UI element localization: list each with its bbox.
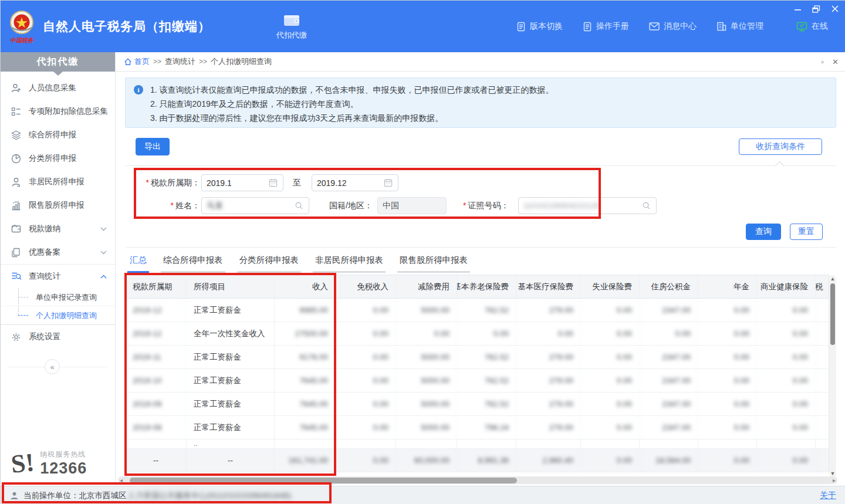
scroll-right-icon[interactable]: ▸ — [833, 476, 836, 484]
tab-1[interactable]: 汇总 — [127, 255, 149, 273]
table-row[interactable]: 2019-11正常工资薪金9178.000.005000.00762.52279… — [126, 346, 829, 369]
nationality-value: 中国 — [383, 201, 441, 211]
panel-maximize-icon[interactable]: ▫ — [821, 58, 824, 66]
sidebar-item-7[interactable]: 税款缴纳 — [1, 217, 115, 241]
query-button[interactable]: 查询 — [746, 224, 781, 240]
table-cell: 279.00 — [516, 299, 581, 322]
sidebar-item-3[interactable]: 综合所得申报 — [1, 123, 115, 147]
table-row[interactable]: 2019-12正常工资薪金9985.000.005000.00762.52279… — [126, 299, 829, 322]
vertical-scrollbar[interactable]: ▲ ▼ — [829, 275, 836, 477]
calendar-icon[interactable] — [384, 178, 393, 187]
header-menu-item[interactable]: 操作手册 — [583, 21, 629, 32]
tab-5[interactable]: 限售股所得申报表 — [397, 255, 470, 273]
id-number-input[interactable]: 110102199304222129 — [518, 197, 657, 214]
table-cell: 0.00 — [581, 346, 640, 368]
header-menu-item[interactable]: 消息中心 — [649, 21, 697, 32]
close-button[interactable] — [830, 4, 840, 13]
table-row[interactable]: 2019-08正常工资薪金7645.000.005000.00798.24279… — [126, 416, 829, 439]
header-tab-daikou-daijiao[interactable]: 代扣代缴 — [263, 1, 320, 52]
restore-button[interactable] — [812, 4, 821, 13]
table-cell: 762.52 — [457, 299, 516, 322]
id-number-redacted: 110102199304222129 — [523, 201, 642, 210]
scroll-up-icon[interactable]: ▲ — [829, 275, 836, 282]
export-button[interactable]: 导出 — [136, 138, 170, 155]
table-cell — [816, 439, 830, 448]
notice-text: 2. 只能查询2019年及之后的数据，不能进行跨年度查询。 — [150, 97, 359, 111]
calendar-icon[interactable] — [269, 178, 278, 187]
horizontal-scroll-thumb[interactable] — [130, 478, 517, 483]
table-row[interactable]: 2019-09正常工资薪金7645.000.005000.00762.52279… — [126, 393, 829, 416]
sidebar-item-10[interactable]: 系统设置 — [1, 325, 115, 349]
result-table: 税款所属期所得项目收入免税收入减除费用基本养老保险费基本医疗保险费失业保险费住房… — [125, 275, 829, 472]
hotline-block: S! 纳税服务热线 12366 — [11, 449, 87, 478]
sidebar-item-9[interactable]: 查询统计 — [1, 265, 115, 288]
sidebar-subitem-1[interactable]: 单位申报记录查询 — [1, 288, 115, 306]
sidebar-collapse-button[interactable]: « — [45, 359, 60, 374]
tab-2[interactable]: 综合所得申报表 — [161, 255, 225, 273]
search-list-icon — [11, 272, 21, 282]
table-cell: 0.00 — [698, 369, 757, 392]
content-area: i1. 该查询统计表仅能查询已申报成功的数据，不包含未申报、申报失败，已申报但已… — [116, 72, 845, 486]
search-icon[interactable] — [295, 201, 304, 210]
header-menu-item[interactable]: 版本切换 — [516, 21, 563, 32]
sidebar-item-label: 专项附加扣除信息采集 — [29, 106, 108, 117]
required-asterisk: * — [463, 201, 466, 210]
table-cell: 收入 — [275, 275, 336, 298]
sidebar-item-8[interactable]: 优惠备案 — [1, 241, 115, 264]
header-menu-item[interactable]: 单位管理 — [716, 21, 763, 32]
table-cell: 5000.00 — [396, 369, 457, 392]
tab-3[interactable]: 分类所得申报表 — [237, 255, 302, 273]
sidebar-item-5[interactable]: 非居民所得申报 — [1, 170, 115, 194]
table-cell: 0.00 — [698, 449, 757, 472]
header-menu-label: 消息中心 — [664, 21, 697, 32]
collapse-query-button[interactable]: 收折查询条件 — [739, 138, 822, 155]
name-input[interactable]: 马某 — [201, 197, 309, 214]
table-cell — [816, 416, 830, 439]
table-cell — [757, 439, 816, 448]
table-cell — [336, 439, 396, 448]
horizontal-scrollbar[interactable]: ◂ ▸ — [118, 476, 837, 484]
hotline-mascot-icon: S! — [10, 449, 36, 478]
table-cell: 2019-10 — [126, 369, 187, 392]
wallet-icon — [11, 224, 21, 234]
table-cell: 0.00 — [336, 449, 396, 472]
table-ellipsis-row[interactable]: .. — [126, 439, 829, 449]
sidebar-item-1[interactable]: 人员信息采集 — [1, 76, 115, 100]
search-icon[interactable] — [642, 201, 651, 210]
panel-controls: ▫ ✕ — [821, 52, 839, 72]
table-cell: 279.00 — [516, 393, 581, 415]
sidebar-item-2[interactable]: 专项附加扣除信息采集 — [1, 100, 115, 123]
period-to-input[interactable]: 2019.12 — [312, 174, 398, 191]
nationality-label: 国籍/地区： — [329, 201, 373, 211]
table-totals-row[interactable]: ----161,741.000.0060,000.008,991.362,960… — [126, 449, 829, 472]
minimize-button[interactable] — [793, 4, 802, 13]
chevron-up-icon — [100, 275, 107, 279]
breadcrumb-home[interactable]: 首页 — [124, 56, 150, 67]
sidebar-item-4[interactable]: 分类所得申报 — [1, 147, 115, 170]
table-cell: 8,991.36 — [457, 449, 516, 472]
breadcrumb: 首页 >> 查询统计 >> 个人扣缴明细查询 — [124, 56, 272, 67]
about-link[interactable]: 关于 — [820, 491, 836, 501]
panel-close-icon[interactable]: ✕ — [832, 58, 839, 66]
tab-4[interactable]: 非居民所得申报表 — [313, 255, 386, 273]
table-cell: -- — [126, 449, 187, 472]
table-cell: 住房公积金 — [640, 275, 698, 298]
table-cell: 年金 — [698, 275, 757, 298]
required-asterisk: * — [171, 201, 174, 210]
table-row[interactable]: 2019-12全年一次性奖金收入27500.000.000.000.000.00… — [126, 322, 829, 346]
building-icon — [716, 22, 726, 31]
person-icon — [11, 177, 21, 187]
notice-text: 1. 该查询统计表仅能查询已申报成功的数据，不包含未申报、申报失败，已申报但已作… — [150, 83, 554, 97]
sidebar-subitem-2[interactable]: 个人扣缴明细查询 — [1, 306, 115, 324]
table-cell: 2019-12 — [126, 322, 187, 345]
table-cell: 5000.00 — [396, 393, 457, 415]
vertical-scroll-thumb[interactable] — [830, 283, 835, 345]
required-asterisk: * — [146, 178, 149, 187]
table-cell — [816, 449, 830, 472]
period-from-input[interactable]: 2019.1 — [201, 174, 283, 191]
scroll-left-icon[interactable]: ◂ — [120, 476, 123, 484]
reset-button[interactable]: 重置 — [790, 224, 823, 240]
table-row[interactable]: 2019-10正常工资薪金7645.000.005000.00762.52279… — [126, 369, 829, 393]
table-cell: 9178.00 — [275, 346, 336, 368]
sidebar-item-6[interactable]: 限售股所得申报 — [1, 194, 115, 217]
